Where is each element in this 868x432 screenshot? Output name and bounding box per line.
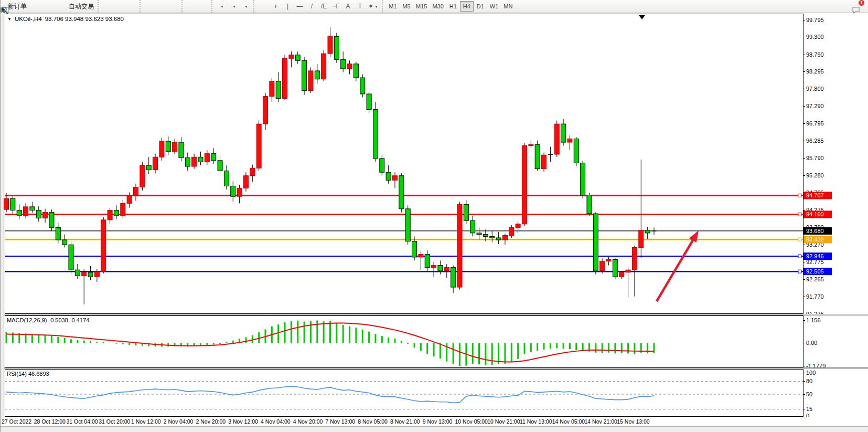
time-axis-label: 8 Nov 21:00 (390, 418, 420, 425)
chart-shift-button[interactable] (198, 1, 210, 12)
macd-axis-label: 0.00 (806, 340, 817, 346)
mt4-window: 新订单 自动交易 ▼ ▼ ▼ +|— (0, 0, 868, 432)
arrows-tool[interactable]: ✶▼ (366, 1, 380, 12)
new-order-button[interactable]: 新订单 (6, 1, 29, 12)
time-axis-label: 10 Nov 05:00 (455, 418, 488, 425)
candle-body (535, 145, 540, 169)
candle-body (600, 261, 605, 271)
timeframe-mn-button[interactable]: MN (501, 1, 515, 12)
candle-body (315, 71, 319, 79)
candle-body (159, 141, 164, 157)
periods-button[interactable]: ▼ (228, 1, 240, 12)
candle-body (496, 238, 501, 240)
auto-scroll-button[interactable] (186, 1, 198, 12)
vertical-line-tool-icon: | (287, 3, 288, 9)
horizontal-line-tool[interactable]: — (294, 1, 306, 12)
timeframe-m5-button[interactable]: M5 (400, 1, 413, 12)
ohlc-quote-label: 93.706 93.948 93.623 93.680 (45, 16, 124, 22)
candle-body (464, 204, 468, 220)
zoom-out-button[interactable] (156, 1, 168, 12)
symbol-dropdown-icon[interactable]: ▼ (7, 17, 12, 22)
candle-body (24, 207, 28, 216)
candle-body (289, 55, 294, 59)
signal-icon-button[interactable] (53, 1, 65, 12)
text-tool[interactable]: A (342, 1, 354, 12)
time-axis-label: 27 Oct 2022 (2, 418, 31, 425)
time-axis-label: 1 Nov 12:00 (131, 418, 161, 425)
candle-body (444, 268, 449, 271)
candle-body (231, 186, 235, 196)
candle-body (179, 142, 184, 158)
candle-body (483, 234, 488, 236)
fibonacci-tool[interactable]: ┈F (330, 1, 342, 12)
candle-body (121, 203, 125, 216)
search-button[interactable] (839, 1, 851, 12)
price-tick-label: 99.300 (806, 34, 824, 40)
candle-body (4, 198, 9, 209)
timeframe-d1-button[interactable]: D1 (474, 1, 487, 12)
price-tick-label: 95.280 (806, 172, 824, 178)
candle-body (108, 210, 112, 219)
line-chart-button[interactable] (126, 1, 138, 12)
chart-window: 99.79599.30098.79098.29597.80097.29096.7… (1, 14, 868, 426)
candle-body (10, 198, 15, 210)
templates-button[interactable]: ▼ (240, 1, 252, 12)
text-label-tool[interactable]: T (354, 1, 366, 12)
candlestick-chart-button[interactable] (114, 1, 126, 12)
macd-axis-label: 1.156 (806, 317, 821, 323)
toolbar-group-zoom (140, 0, 180, 13)
candle-body (334, 36, 339, 59)
candle-body (192, 157, 197, 166)
macd-panel[interactable]: 1.1560.00-1.1779 (1, 315, 868, 367)
candle-body (146, 165, 151, 170)
equidistant-channel-tool[interactable]: /E (318, 1, 330, 12)
timeframe-m15-button[interactable]: M15 (413, 1, 430, 12)
crosshair-tool[interactable]: + (270, 1, 282, 12)
timeframe-h1-button[interactable]: H1 (446, 1, 460, 12)
candle-body (36, 210, 41, 218)
candle-body (101, 220, 106, 272)
new-chart-button[interactable]: ▼ (216, 1, 228, 12)
candle-body (218, 161, 222, 171)
rsi-panel[interactable]: 1008050150 (1, 369, 868, 417)
bar-chart-button[interactable] (102, 1, 114, 12)
candle-body (516, 224, 520, 228)
notification-badge: 1 (858, 0, 865, 6)
line-anchor-marker (798, 213, 801, 216)
toolbar-group-timeframes: M1M5M15M30H1H4D1W1MN (382, 0, 515, 13)
market-watch-icon[interactable] (29, 1, 41, 12)
zoom-in-button[interactable] (144, 1, 156, 12)
auto-trading-label: 自动交易 (69, 2, 94, 11)
trendline-tool[interactable]: / (306, 1, 318, 12)
candle-body (308, 71, 313, 90)
time-axis-label: 4 Nov 04:00 (261, 418, 291, 425)
time-axis[interactable]: 27 Oct 202228 Oct 12:0031 Oct 04:0031 Oc… (1, 418, 868, 427)
candle-body (405, 209, 410, 241)
tile-windows-button[interactable] (168, 1, 180, 12)
candle-body (457, 204, 462, 287)
candle-body (243, 176, 248, 188)
time-axis-label: 11 Nov 13:00 (520, 418, 552, 425)
timeframe-m30-button[interactable]: M30 (430, 1, 446, 12)
candle-body (419, 255, 423, 257)
notifications-button[interactable]: 1 (851, 1, 863, 12)
time-axis-label: 14 Nov 05:00 (552, 418, 585, 425)
timeframe-w1-button[interactable]: W1 (487, 1, 501, 12)
rsi-indicator-label: RSI(14) 46.6893 (7, 371, 49, 377)
toolbar: 新订单 自动交易 ▼ ▼ ▼ +|— (1, 0, 868, 13)
auto-trading-button[interactable]: 自动交易 (65, 1, 96, 12)
chevron-down-icon: ▼ (220, 5, 224, 8)
terminal-icon[interactable] (41, 1, 53, 12)
timeframe-m1-button[interactable]: M1 (386, 1, 400, 12)
candle-body (173, 142, 177, 152)
candle-body (645, 230, 650, 233)
cursor-tool[interactable] (258, 1, 270, 12)
timeframe-h4-button[interactable]: H4 (460, 1, 474, 12)
candle-body (140, 165, 145, 187)
main-price-chart[interactable]: 99.79599.30098.79098.29597.80097.29096.7… (1, 14, 868, 314)
candle-body (56, 227, 60, 240)
vertical-line-tool[interactable]: | (282, 1, 294, 12)
price-line-badge-label: 92.946 (806, 253, 824, 259)
chevron-down-icon: ▼ (374, 5, 378, 8)
candle-body (347, 64, 352, 69)
